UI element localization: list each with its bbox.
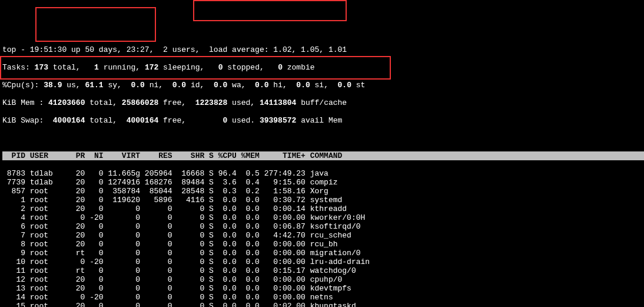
annotation-box-1 — [193, 0, 347, 21]
summary-line-1: top - 19:51:30 up 50 days, 23:27, 2 user… — [2, 45, 644, 54]
process-row: 6 root 20 0 0 0 0 S 0.0 0.0 0:06.87 ksof… — [2, 222, 644, 231]
process-row: 9 root rt 0 0 0 0 S 0.0 0.0 0:00.00 migr… — [2, 249, 644, 258]
summary-line-3: %Cpu(s): 38.9 us, 61.1 sy, 0.0 ni, 0.0 i… — [2, 81, 644, 90]
process-row: 857 root 20 0 358784 85044 28548 S 0.3 0… — [2, 187, 644, 196]
process-table-body: 8783 tdlab 20 0 11.665g 205964 16668 S 9… — [2, 169, 644, 307]
blank-line — [2, 134, 644, 143]
process-row: 14 root 0 -20 0 0 0 S 0.0 0.0 0:00.00 ne… — [2, 293, 644, 302]
process-row: 10 root 0 -20 0 0 0 S 0.0 0.0 0:00.00 lr… — [2, 258, 644, 266]
summary-line-5: KiB Swap: 4000164 total, 4000164 free, 0… — [2, 116, 644, 125]
process-table-header: PID USER PR NI VIRT RES SHR S %CPU %MEM … — [2, 151, 644, 160]
process-row: 11 root rt 0 0 0 0 S 0.0 0.0 0:15.17 wat… — [2, 266, 644, 275]
process-row: 4 root 0 -20 0 0 0 S 0.0 0.0 0:00.00 kwo… — [2, 213, 644, 222]
process-row: 13 root 20 0 0 0 0 S 0.0 0.0 0:00.00 kde… — [2, 284, 644, 293]
process-row: 2 root 20 0 0 0 0 S 0.0 0.0 0:00.14 kthr… — [2, 204, 644, 213]
process-row: 7739 tdlab 20 0 1274916 168276 89484 S 3… — [2, 178, 644, 187]
summary-line-2: Tasks: 173 total, 1 running, 172 sleepin… — [2, 63, 644, 72]
process-row: 12 root 20 0 0 0 0 S 0.0 0.0 0:00.00 cpu… — [2, 275, 644, 284]
summary-line-4: KiB Mem : 41203660 total, 25866028 free,… — [2, 98, 644, 107]
process-row: 15 root 20 0 0 0 0 S 0.0 0.0 0:02.00 khu… — [2, 302, 644, 307]
terminal-output: top - 19:51:30 up 50 days, 23:27, 2 user… — [0, 35, 644, 307]
process-row: 7 root 20 0 0 0 0 S 0.0 0.0 4:42.70 rcu_… — [2, 231, 644, 240]
process-row: 8 root 20 0 0 0 0 S 0.0 0.0 0:00.00 rcu_… — [2, 240, 644, 249]
process-row: 1 root 20 0 119620 5896 4116 S 0.0 0.0 0… — [2, 196, 644, 204]
process-row: 8783 tdlab 20 0 11.665g 205964 16668 S 9… — [2, 169, 644, 178]
